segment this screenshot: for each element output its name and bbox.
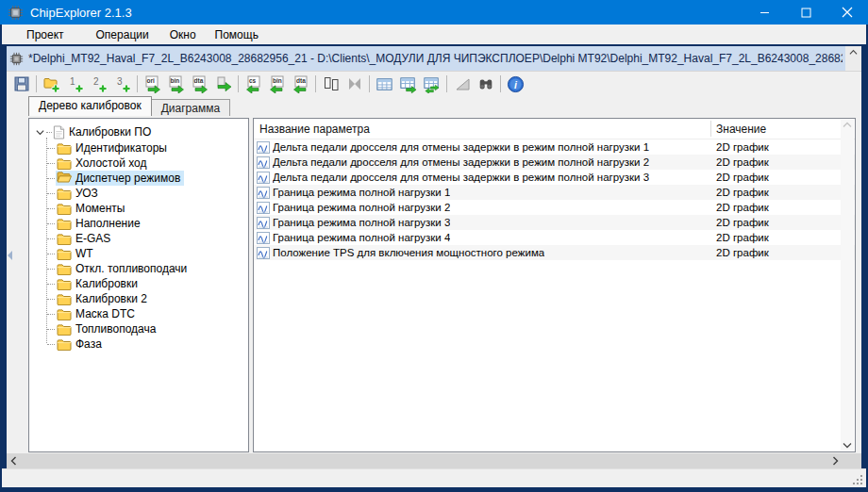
tree-connector (47, 344, 55, 345)
toolbar-separator (137, 75, 138, 92)
tree-item-label: Калибровки (75, 277, 138, 290)
add-slot1-button[interactable]: 1 (63, 74, 87, 95)
tree-item[interactable]: Идентификаторы (29, 140, 248, 156)
parameter-value: 2D график (716, 217, 769, 228)
parameter-row[interactable]: Граница режима полной нагрузки 2 2D граф… (254, 200, 855, 215)
table-button[interactable] (373, 74, 396, 95)
tree-item[interactable]: Откл. топливоподачи (29, 261, 248, 276)
parameter-row[interactable]: Граница режима полной нагрузки 1 2D граф… (254, 185, 855, 200)
tree-item[interactable]: E-GAS (29, 231, 248, 246)
toolbar-separator (315, 75, 316, 92)
chevron-down-icon[interactable] (35, 127, 45, 138)
tree-connector (46, 132, 52, 133)
project-list-scrollbar[interactable] (845, 46, 861, 71)
import-bin-button[interactable]: bin (265, 74, 289, 95)
parameter-name: Дельта педали дросселя для отмены задерж… (273, 156, 649, 168)
table-vscrollbar[interactable] (841, 120, 854, 451)
parameter-row[interactable]: Граница режима полной нагрузки 4 2D граф… (254, 230, 855, 245)
maximize-button[interactable] (785, 0, 826, 25)
search-button[interactable] (474, 74, 497, 95)
tree-item[interactable]: Калибровки (29, 276, 248, 291)
info-button[interactable]: i (504, 74, 527, 95)
parameter-value: 2D график (716, 172, 769, 183)
close-button[interactable] (826, 0, 868, 25)
horizontal-scrollbar[interactable] (7, 453, 861, 468)
tree-connector (47, 178, 55, 179)
folder-icon (57, 248, 72, 260)
compare-button[interactable] (319, 74, 342, 95)
minimize-button[interactable] (743, 0, 785, 25)
parameter-name: Положение TPS для включения мощностного … (273, 247, 544, 258)
add-folder-button[interactable] (40, 74, 63, 95)
project-list-item[interactable]: *Delphi_MT92_Haval_F7_2L_B6243008_286829… (7, 46, 845, 71)
menu-item[interactable]: Операции (87, 25, 159, 44)
parameter-name: Дельта педали дросселя для отмены задерж… (273, 172, 649, 183)
column-header-name[interactable]: Название параметра (259, 123, 370, 136)
tree-item-label: Холостой ход (75, 156, 146, 170)
column-header-value[interactable]: Значение (716, 123, 766, 136)
tree-connector (47, 299, 55, 300)
folder-icon (57, 278, 72, 290)
menu-item[interactable]: Окно (160, 25, 206, 44)
table-export-button[interactable] (396, 74, 420, 95)
import-cs-button[interactable]: cs (242, 74, 265, 95)
parameter-row[interactable]: Дельта педали дросселя для отмены задерж… (254, 170, 855, 185)
svg-text:bin: bin (273, 77, 282, 84)
parameters-panel: Название параметра Значение Де (253, 118, 856, 452)
tree-item[interactable]: Калибровки 2 (29, 291, 248, 306)
tree-item[interactable]: Холостой ход (29, 156, 248, 171)
resize-grip[interactable] (853, 475, 862, 484)
parameter-row[interactable]: Дельта педали дросселя для отмены задерж… (254, 155, 855, 170)
add-slot3-button[interactable]: 3 (110, 74, 134, 95)
tree-item-label: Маска DTC (75, 307, 135, 320)
menu-item[interactable]: Помощь (206, 25, 268, 44)
tree-item-label: Идентификаторы (75, 141, 167, 155)
tree-item[interactable]: Диспетчер режимов (29, 171, 248, 186)
parameter-value: 2D график (716, 156, 769, 168)
tree-item[interactable]: Моменты (29, 201, 248, 216)
tree-root-item[interactable]: Калибровки ПО (29, 123, 248, 140)
toolbar-separator (446, 75, 447, 92)
tree-item[interactable]: Фаза (29, 336, 248, 352)
parameter-value: 2D график (716, 202, 769, 213)
toolbar-separator (369, 75, 370, 92)
graph-icon (257, 141, 270, 154)
graph-icon (257, 187, 270, 199)
folder-icon (57, 293, 72, 305)
svg-text:2: 2 (93, 76, 99, 87)
column-divider[interactable] (710, 121, 711, 137)
tree-item[interactable]: Наполнение (29, 216, 248, 231)
tab-calibration-tree[interactable]: Дерево калибровок (28, 96, 152, 116)
tree-item[interactable]: WT (29, 246, 248, 261)
export-bin-button[interactable]: bin (164, 74, 188, 95)
export-button[interactable] (211, 74, 235, 95)
merge-button[interactable] (342, 74, 366, 95)
parameter-row[interactable]: Дельта педали дросселя для отмены задерж… (254, 139, 855, 155)
ruler-button[interactable] (450, 74, 474, 95)
export-ori-button[interactable]: ori (141, 74, 164, 95)
toolbar-separator (36, 75, 37, 92)
import-dta-button[interactable]: dta (289, 74, 312, 95)
tree-item-label: WT (75, 247, 93, 260)
folder-icon (57, 171, 72, 186)
tree-connector (47, 254, 55, 254)
tree-item[interactable]: Топливоподача (29, 321, 248, 336)
add-slot2-button[interactable]: 2 (87, 74, 110, 95)
parameter-name: Граница режима полной нагрузки 3 (273, 217, 450, 228)
parameter-row[interactable]: Положение TPS для включения мощностного … (254, 245, 855, 260)
table-sync-button[interactable] (420, 74, 443, 95)
tab-diagram[interactable]: Диаграмма (152, 99, 230, 116)
tree-item[interactable]: УОЗ (29, 186, 248, 201)
menu-item[interactable]: Проект (17, 25, 74, 44)
toolbar: 1 2 3 ori bi (7, 72, 861, 96)
tree-item[interactable]: Маска DTC (29, 306, 248, 321)
svg-text:3: 3 (117, 76, 123, 87)
app-chip-icon (8, 5, 24, 21)
folder-icon (57, 338, 72, 351)
folder-icon (57, 203, 72, 215)
save-button[interactable] (9, 74, 33, 95)
splitter-collapse-arrow[interactable] (8, 251, 12, 260)
parameter-row[interactable]: Граница режима полной нагрузки 3 2D граф… (254, 215, 855, 230)
export-dta-button[interactable]: dta (188, 74, 211, 95)
project-path: *Delphi_MT92_Haval_F7_2L_B6243008_286829… (28, 52, 843, 65)
